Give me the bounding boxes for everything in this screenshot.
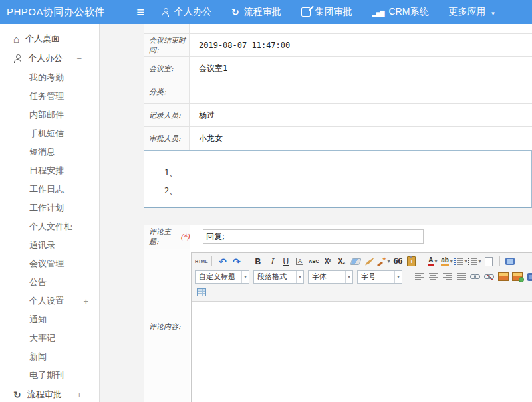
italic-icon[interactable]: I [265, 255, 278, 268]
form-row-label: 会议室: [144, 57, 190, 80]
hamburger-menu-icon[interactable] [130, 5, 150, 20]
nav-item-更多应用[interactable]: 更多应用 [448, 6, 495, 18]
minus-icon[interactable]: − [76, 54, 82, 64]
form-row-label: 会议结束时间: [144, 34, 190, 56]
comment-subject-label-text: 评论主题: [149, 227, 178, 247]
sidebar-item-个人文件柜[interactable]: 个人文件柜 [17, 217, 99, 236]
form-row: 分类: [144, 80, 532, 104]
sidebar-item-手机短信[interactable]: 手机短信 [17, 124, 99, 143]
ordered-list-shape [454, 258, 463, 265]
select-label: 字号 [361, 272, 376, 282]
network-image-icon[interactable] [511, 270, 523, 283]
sidebar-item-label: 个人桌面 [25, 33, 60, 45]
nav-item-label: 更多应用 [448, 6, 485, 18]
unlink-icon[interactable] [483, 270, 495, 283]
new-document-icon[interactable] [483, 255, 495, 268]
sidebar-item-label: 新闻 [29, 351, 47, 363]
sidebar-item-工作计划[interactable]: 工作计划 [17, 199, 99, 217]
heading-select[interactable]: 自定义标题▾ [195, 270, 249, 284]
media-shape [527, 273, 532, 281]
form-row: 会议结束时间:2019-08-07 11:47:00 [144, 34, 532, 57]
editor-toolbar: HTML↶↷BIUAABCX²X₂▾66A▾ab▾▾▾自定义标题▾段落格式▾字体… [192, 253, 532, 302]
superscript-glyph: X² [325, 258, 331, 265]
sidebar-item-个人设置[interactable]: 个人设置+ [17, 292, 99, 310]
superscript-icon[interactable]: X² [321, 255, 334, 268]
quick-format-icon[interactable]: ▾ [377, 255, 390, 268]
caret-down-icon: ▾ [296, 271, 301, 283]
media-icon[interactable] [525, 270, 532, 283]
comment-section: 评论主题: (*) 评论内容: HTML↶↷BIUAABCX²X₂▾66A▾ab… [144, 225, 532, 402]
strikethrough-icon[interactable]: ABC [307, 255, 320, 268]
align-center-icon[interactable] [427, 270, 440, 283]
format-brush-icon[interactable] [363, 255, 376, 268]
paragraph-select[interactable]: 段落格式▾ [253, 270, 304, 284]
table-icon[interactable] [195, 286, 207, 298]
nav-item-个人办公[interactable]: 个人办公 [161, 6, 211, 18]
sidebar-item-通讯录[interactable]: 通讯录 [17, 236, 99, 254]
nav-item-集团审批[interactable]: 集团审批 [301, 6, 352, 18]
sidebar-item-工作日志[interactable]: 工作日志 [17, 180, 99, 199]
sidebar-item-会议管理[interactable]: 会议管理 [17, 254, 99, 273]
subscript-icon[interactable]: X₂ [335, 255, 348, 268]
form-row-label [144, 24, 190, 33]
sidebar-item-电子期刊[interactable]: 电子期刊 [17, 366, 99, 385]
editor-content-area[interactable] [192, 302, 532, 402]
toolbar-row [195, 284, 532, 300]
align-justify-icon[interactable] [455, 270, 467, 283]
sidebar-item-日程安排[interactable]: 日程安排 [17, 161, 99, 180]
sidebar-item-新闻[interactable]: 新闻 [17, 348, 99, 366]
font-color-glyph: A [428, 257, 433, 266]
form-row: 审批人员:小龙女 [144, 127, 532, 150]
font-family-select[interactable]: 字体▾ [308, 270, 353, 284]
remove-format-shape [350, 258, 361, 265]
fullscreen-icon[interactable] [504, 255, 517, 268]
link-icon[interactable] [469, 270, 481, 283]
undo-icon[interactable]: ↶ [216, 255, 229, 268]
comment-subject-input[interactable] [203, 229, 424, 244]
nav-item-流程审批[interactable]: 流程审批 [231, 6, 281, 18]
remove-format-icon[interactable] [349, 255, 362, 268]
sidebar-item-通知[interactable]: 通知 [17, 310, 99, 329]
sidebar-item-大事记[interactable]: 大事记 [17, 329, 99, 348]
sidebar-item-label: 短消息 [29, 146, 55, 158]
sidebar-item-内部邮件[interactable]: 内部邮件 [17, 106, 99, 124]
nav-item-label: 流程审批 [244, 6, 281, 18]
sidebar-item-流程审批[interactable]: 流程审批+ [0, 385, 99, 402]
source-code-icon[interactable]: HTML [195, 255, 207, 268]
sidebar-item-公告[interactable]: 公告 [17, 273, 99, 292]
underline-icon[interactable]: U [279, 255, 292, 268]
ordered-list-icon[interactable]: ▾ [454, 255, 467, 268]
form-row: 会议室:会议室1 [144, 57, 532, 80]
bold-icon[interactable]: B [251, 255, 264, 268]
sidebar-item-任务管理[interactable]: 任务管理 [17, 87, 99, 106]
highlight-color-icon[interactable]: ab▾ [440, 255, 453, 268]
align-right-icon[interactable] [441, 270, 454, 283]
font-style-box-icon[interactable]: A [293, 255, 306, 268]
sidebar-item-短消息[interactable]: 短消息 [17, 143, 99, 161]
sidebar-item-label: 个人文件柜 [29, 221, 72, 233]
redo-icon[interactable]: ↷ [230, 255, 243, 268]
sidebar-item-label: 我的考勤 [29, 72, 64, 84]
process-icon [13, 390, 21, 399]
plus-icon[interactable]: + [83, 296, 88, 306]
paste-text-icon[interactable] [405, 255, 418, 268]
main-layout: 个人桌面个人办公−我的考勤任务管理内部邮件手机短信短消息日程安排工作日志工作计划… [0, 24, 532, 402]
align-left-icon[interactable] [413, 270, 426, 283]
sidebar-item-个人桌面[interactable]: 个人桌面 [0, 29, 99, 49]
image-icon[interactable] [497, 270, 509, 283]
main-content: 会议结束时间:2019-08-07 11:47:00会议室:会议室1分类:记录人… [100, 24, 532, 402]
sidebar-item-个人办公[interactable]: 个人办公− [0, 49, 99, 68]
caret-down-icon: ▾ [241, 271, 247, 283]
app-title: PHPOA协同办公软件 [0, 6, 130, 19]
font-color-icon[interactable]: A▾ [426, 255, 439, 268]
font-size-select[interactable]: 字号▾ [357, 270, 402, 284]
blockquote-icon[interactable]: 66 [391, 255, 404, 268]
unordered-list-icon[interactable]: ▾ [468, 255, 481, 268]
nav-item-CRM系统[interactable]: CRM系统 [372, 6, 429, 18]
form-row: 记录人员:杨过 [144, 104, 532, 127]
sidebar-item-我的考勤[interactable]: 我的考勤 [17, 68, 99, 87]
plus-icon[interactable]: + [76, 390, 82, 400]
table-shape [197, 288, 206, 296]
sidebar-item-label: 日程安排 [29, 165, 64, 177]
nav-item-label: 个人办公 [174, 6, 211, 18]
